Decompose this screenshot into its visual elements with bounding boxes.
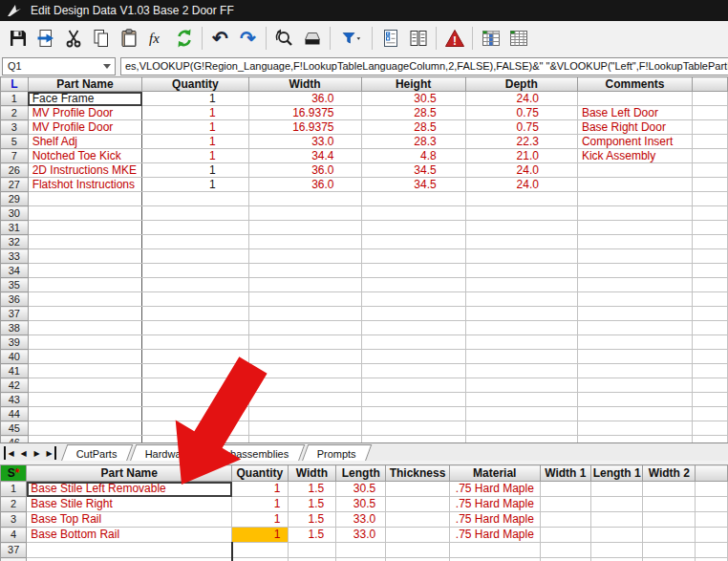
cell[interactable] [465,235,577,249]
cell[interactable] [248,292,361,307]
cell[interactable] [577,321,692,335]
cell[interactable]: 36.0 [248,178,361,192]
tab-scroll-last-icon[interactable]: ▶ [44,446,56,460]
row-header[interactable]: 29 [1,192,29,206]
cell[interactable] [643,543,696,558]
cell[interactable]: 28.3 [361,135,465,149]
column-header[interactable]: Part Name [27,465,232,482]
cell[interactable] [28,350,142,364]
cell[interactable] [361,307,465,321]
cell[interactable] [577,307,692,321]
cell[interactable]: 34.5 [361,163,465,178]
cell[interactable] [248,407,361,421]
cell[interactable] [248,350,361,364]
column-header[interactable]: Quantity [232,465,288,482]
cell[interactable]: 28.5 [361,106,465,120]
cell[interactable]: Base Left Door [577,106,692,120]
cell[interactable] [386,497,450,512]
sheet-tab-hardware[interactable]: Hardware [130,444,206,462]
cell[interactable]: 16.9375 [248,106,361,120]
cell[interactable] [248,421,361,436]
row-header[interactable]: 7 [1,149,29,163]
cell[interactable]: 1 [232,512,288,528]
cell[interactable] [693,436,728,443]
corner-cell[interactable]: L [1,77,29,92]
cell[interactable] [693,92,728,106]
cell[interactable] [28,221,142,235]
cell[interactable] [693,249,728,264]
cell[interactable] [577,407,692,421]
sheet-tab-subassemblies[interactable]: Subassemblies [203,444,305,462]
cell[interactable]: MV Profile Door [28,120,142,135]
cell[interactable]: 1.5 [288,512,336,528]
cell[interactable] [577,235,692,249]
cell[interactable] [693,163,728,178]
row-header[interactable]: 2 [1,497,27,512]
cell[interactable]: 0.75 [465,106,577,120]
cell[interactable] [28,206,142,221]
column-header[interactable]: Thickness [386,465,450,482]
cell[interactable] [28,436,142,443]
cell[interactable]: Base Stile Left Removable [27,482,232,497]
cell[interactable] [693,264,728,278]
cell[interactable] [465,221,577,235]
cell[interactable] [540,543,590,558]
cell[interactable] [693,421,728,436]
cell[interactable] [386,528,450,543]
row-header[interactable]: 30 [1,206,29,221]
cell[interactable] [693,307,728,321]
tab-scroll-right-icon[interactable]: ▶ [31,446,43,460]
cell[interactable]: 1.5 [288,497,336,512]
undo-button[interactable]: ↶ [206,24,234,53]
cell[interactable] [643,512,696,528]
cell[interactable] [696,528,728,543]
cell[interactable]: .75 Hard Maple [449,512,540,528]
row-header[interactable]: 4 [1,528,27,543]
corner-cell[interactable]: S* [1,465,27,482]
cell[interactable] [248,307,361,321]
cell[interactable]: 1 [232,482,288,497]
table-grid-button[interactable] [504,24,532,53]
export-button[interactable] [32,24,59,53]
cell[interactable]: Kick Assembly [577,149,692,163]
column-header[interactable]: Width [248,77,361,92]
cell[interactable] [577,436,692,443]
cell[interactable] [28,307,142,321]
cell[interactable] [465,206,577,221]
cell[interactable] [142,321,248,335]
cell[interactable] [696,558,728,561]
column-header[interactable]: Length 1 [590,465,642,482]
cell[interactable] [142,364,248,378]
cell[interactable]: 1 [142,120,248,135]
cell[interactable] [142,407,248,421]
row-header[interactable]: 44 [1,407,29,421]
row-header[interactable]: 2 [1,106,29,120]
cell[interactable] [28,278,142,292]
cell[interactable]: 24.0 [465,92,577,106]
sheet-tab-cutparts[interactable]: CutParts [61,444,133,462]
cell[interactable] [465,292,577,307]
cell[interactable]: 36.0 [248,163,361,178]
row-header[interactable]: 41 [1,364,29,378]
row-header[interactable]: 38 [1,558,27,561]
cell[interactable] [577,249,692,264]
cell[interactable]: 33.0 [248,135,361,149]
cell[interactable] [361,221,465,235]
cell[interactable] [248,264,361,278]
cell[interactable] [28,235,142,249]
cell[interactable] [696,482,728,497]
cell[interactable] [643,558,696,561]
sheet-tab-prompts[interactable]: Prompts [302,444,373,462]
cell[interactable] [248,364,361,378]
row-header[interactable]: 46 [1,436,29,443]
row-header[interactable]: 35 [1,278,29,292]
row-header[interactable]: 38 [1,321,29,335]
cell[interactable] [693,278,728,292]
cell[interactable]: Base Right Door [577,120,692,135]
cell[interactable] [142,292,248,307]
cell[interactable] [465,192,577,206]
cell[interactable] [27,543,232,558]
cell[interactable] [577,264,692,278]
cell[interactable] [577,278,692,292]
cell[interactable]: 30.5 [361,92,465,106]
